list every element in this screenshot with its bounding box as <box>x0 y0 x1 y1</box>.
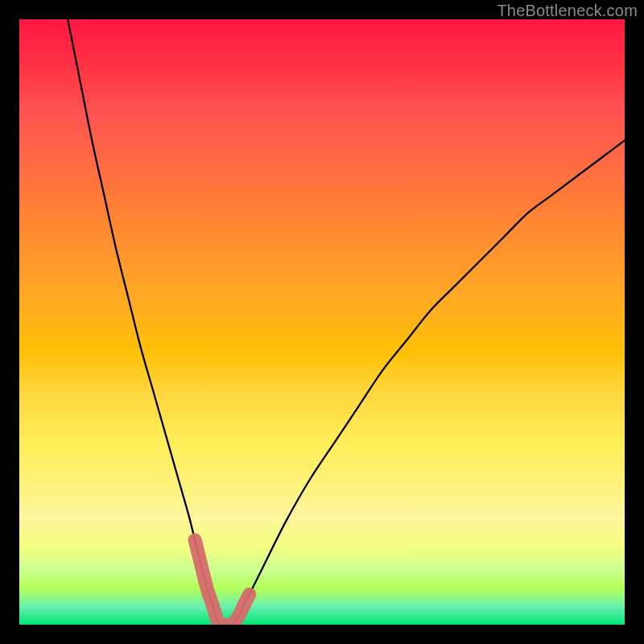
plot-area <box>19 19 625 625</box>
highlight-band <box>195 540 250 625</box>
chart-frame: TheBottleneck.com <box>0 0 644 644</box>
curve-layer <box>19 19 625 625</box>
watermark-text: TheBottleneck.com <box>497 2 638 20</box>
bottleneck-curve <box>68 19 625 625</box>
